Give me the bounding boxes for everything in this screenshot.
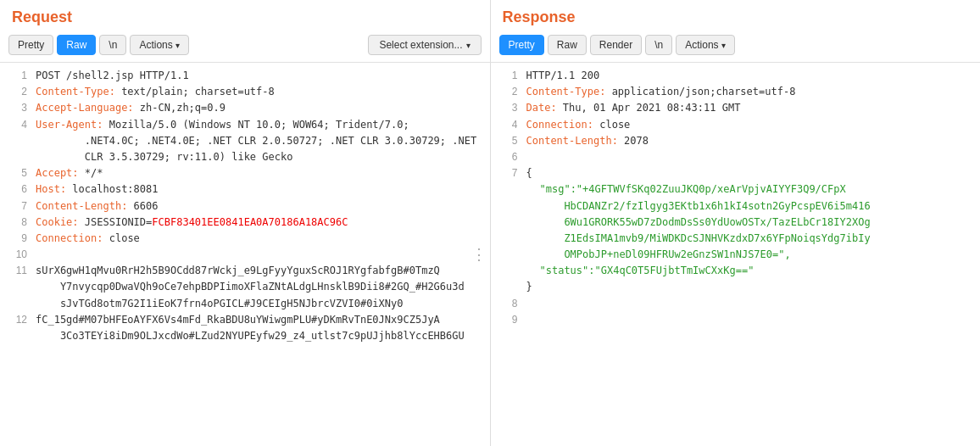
pretty-button[interactable]: Pretty: [8, 35, 53, 55]
actions-chevron-icon: ▾: [175, 41, 180, 50]
resp-line-7-msg: "msg":"+4GFTWVfSKq02ZuuJKQ0p/xeArVpjvAIY…: [491, 181, 981, 263]
actions-chevron-icon-response: ▾: [721, 41, 726, 50]
request-title: Request: [0, 0, 490, 31]
resp-line-8: 8: [491, 296, 981, 312]
resp-line-6: 6: [491, 149, 981, 165]
line-5: 5 Accept: */*: [0, 165, 490, 181]
line-8: 8 Cookie: JSESSIONID=FCBF83401EE0841EA0A…: [0, 215, 490, 231]
line-6: 6 Host: localhost:8081: [0, 181, 490, 198]
line-1: 1 POST /shell2.jsp HTTP/1.1: [0, 68, 490, 84]
actions-button[interactable]: Actions ▾: [130, 35, 188, 55]
response-toolbar: Pretty Raw Render \n Actions ▾: [491, 31, 981, 63]
line-4: 4 User-Agent: Mozilla/5.0 (Windows NT 10…: [0, 117, 490, 166]
resp-line-5: 5 Content-Length: 2078: [491, 133, 981, 149]
newline-button-response[interactable]: \n: [645, 35, 672, 55]
resp-line-7-close: }: [491, 279, 981, 295]
raw-button-response[interactable]: Raw: [548, 35, 587, 55]
line-10: 10: [0, 247, 490, 263]
line-9: 9 Connection: close: [0, 231, 490, 247]
resp-line-7-status: "status":"GX4qC0T5FUjbtTmIwCXxKg==": [491, 263, 981, 279]
line-7: 7 Content-Length: 6606: [0, 198, 490, 215]
response-panel: Response Pretty Raw Render \n Actions ▾ …: [491, 0, 981, 446]
resp-line-4: 4 Connection: close: [491, 117, 981, 133]
resp-line-1: 1 HTTP/1.1 200: [491, 68, 981, 84]
line-12: 12 fC_15gd#M07bHFEoAYFX6Vs4mFd_RkaBDU8uY…: [0, 312, 490, 344]
request-toolbar: Pretty Raw \n Actions ▾ Select extension…: [0, 31, 490, 63]
select-extension-button[interactable]: Select extension... ▾: [368, 35, 481, 55]
raw-button[interactable]: Raw: [57, 35, 96, 55]
select-chevron-icon: ▾: [466, 41, 471, 50]
resp-line-9: 9: [491, 312, 981, 328]
actions-button-response[interactable]: Actions ▾: [676, 35, 734, 55]
response-content: 1 HTTP/1.1 200 2 Content-Type: applicati…: [491, 63, 981, 446]
resp-line-7-brace: 7 {: [491, 165, 981, 181]
line-3: 3 Accept-Language: zh-CN,zh;q=0.9: [0, 100, 490, 116]
pretty-button-response[interactable]: Pretty: [499, 35, 544, 55]
request-panel: Request Pretty Raw \n Actions ▾ Select e…: [0, 0, 491, 446]
drag-handle[interactable]: ⋮: [470, 245, 490, 264]
request-content: 1 POST /shell2.jsp HTTP/1.1 2 Content-Ty…: [0, 63, 490, 446]
render-button-response[interactable]: Render: [590, 35, 642, 55]
newline-button[interactable]: \n: [99, 35, 126, 55]
resp-line-3: 3 Date: Thu, 01 Apr 2021 08:43:11 GMT: [491, 100, 981, 116]
line-2: 2 Content-Type: text/plain; charset=utf-…: [0, 84, 490, 100]
line-11: 11 sUrX6gwH1qMvu0RrH2h5B9OCdd87rWckj_e9L…: [0, 263, 490, 312]
resp-line-2: 2 Content-Type: application/json;charset…: [491, 84, 981, 100]
response-title: Response: [491, 0, 981, 31]
